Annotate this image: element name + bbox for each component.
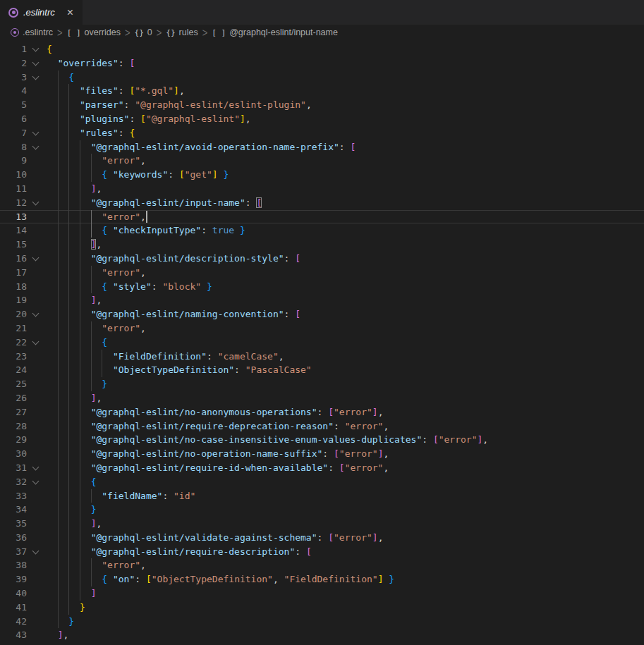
line-number[interactable]: 7 [0, 126, 27, 140]
line-number[interactable]: 11 [0, 182, 27, 196]
fold-column[interactable] [27, 307, 47, 321]
code-line[interactable]: 28 "@graphql-eslint/require-deprecation-… [0, 419, 644, 434]
line-number[interactable]: 12 [0, 196, 27, 210]
fold-column[interactable] [27, 140, 47, 154]
code-line[interactable]: 25 } [0, 377, 644, 391]
line-number[interactable]: 31 [0, 461, 27, 475]
code-line[interactable]: 36 "@graphql-eslint/validate-against-sch… [0, 531, 644, 545]
line-number[interactable]: 28 [0, 419, 27, 434]
chevron-down-icon[interactable] [32, 73, 40, 80]
code-line[interactable]: 27 "@graphql-eslint/no-anonymous-operati… [0, 405, 644, 419]
line-number[interactable]: 44 [0, 642, 27, 645]
line-number[interactable]: 35 [0, 517, 27, 531]
line-number[interactable]: 22 [0, 336, 27, 350]
line-number[interactable]: 37 [0, 545, 27, 559]
fold-column[interactable] [27, 252, 47, 266]
code-line[interactable]: 10 { "keywords": ["get"] } [0, 168, 644, 182]
fold-column[interactable] [27, 56, 47, 70]
code-line[interactable]: 41 } [0, 601, 644, 615]
code-line[interactable]: 18 { "style": "block" } [0, 280, 644, 294]
code-line[interactable]: 3 { [0, 70, 644, 85]
code-line[interactable]: 24 "ObjectTypeDefinition": "PascalCase" [0, 363, 644, 377]
code-line[interactable]: 30 "@graphql-eslint/no-operation-name-su… [0, 447, 644, 461]
chevron-down-icon[interactable] [32, 142, 40, 149]
line-number[interactable]: 27 [0, 405, 27, 419]
fold-column[interactable] [27, 70, 47, 85]
code-line[interactable]: 4 "files": ["*.gql"], [0, 84, 644, 98]
line-number[interactable]: 25 [0, 377, 27, 391]
tab-eslintrc[interactable]: .eslintrc × [0, 0, 83, 25]
line-number[interactable]: 15 [0, 238, 27, 252]
code-editor[interactable]: 1{2 "overrides": [3 {4 "files": ["*.gql"… [0, 40, 644, 645]
code-line[interactable]: 9 "error", [0, 154, 644, 168]
fold-column[interactable] [27, 126, 47, 140]
chevron-down-icon[interactable] [32, 128, 40, 135]
line-number[interactable]: 18 [0, 280, 27, 294]
code-line[interactable]: 5 "parser": "@graphql-eslint/eslint-plug… [0, 98, 644, 112]
code-line[interactable]: 44 "parser": "@typescript-eslint/parser"… [0, 642, 644, 645]
chevron-down-icon[interactable] [32, 463, 40, 470]
code-line[interactable]: 7 "rules": { [0, 126, 644, 140]
code-line[interactable]: 8 "@graphql-eslint/avoid-operation-name-… [0, 140, 644, 154]
code-line[interactable]: 2 "overrides": [ [0, 56, 644, 70]
code-line[interactable]: 1{ [0, 42, 644, 56]
line-number[interactable]: 1 [0, 42, 27, 56]
code-line[interactable]: 19 ], [0, 293, 644, 307]
code-line[interactable]: 40 ] [0, 586, 644, 601]
chevron-down-icon[interactable] [32, 45, 40, 52]
line-number[interactable]: 42 [0, 615, 27, 629]
line-number[interactable]: 19 [0, 293, 27, 307]
line-number[interactable]: 33 [0, 489, 27, 503]
line-number[interactable]: 2 [0, 56, 27, 70]
line-number[interactable]: 38 [0, 558, 27, 572]
code-line[interactable]: 6 "plugins": ["@graphql-eslint"], [0, 112, 644, 126]
fold-column[interactable] [27, 42, 47, 56]
line-number[interactable]: 40 [0, 586, 27, 601]
line-number[interactable]: 16 [0, 252, 27, 266]
chevron-down-icon[interactable] [32, 477, 40, 484]
breadcrumb-item-0[interactable]: {} 0 [135, 27, 152, 37]
code-line[interactable]: 42 } [0, 615, 644, 629]
code-line[interactable]: 43 ], [0, 628, 644, 642]
line-number[interactable]: 8 [0, 140, 27, 154]
breadcrumb-item-overrides[interactable]: [ ] overrides [67, 27, 121, 37]
code-line[interactable]: 12 "@graphql-eslint/input-name": [ [0, 196, 644, 210]
code-line[interactable]: 34 } [0, 503, 644, 517]
fold-column[interactable] [27, 475, 47, 489]
code-line[interactable]: 35 ], [0, 517, 644, 531]
code-line[interactable]: 13 "error", [0, 210, 644, 224]
line-number[interactable]: 6 [0, 112, 27, 126]
line-number[interactable]: 5 [0, 98, 27, 112]
code-line[interactable]: 31 "@graphql-eslint/require-id-when-avai… [0, 461, 644, 475]
chevron-down-icon[interactable] [32, 198, 40, 205]
line-number[interactable]: 4 [0, 84, 27, 98]
code-line[interactable]: 29 "@graphql-eslint/no-case-insensitive-… [0, 433, 644, 447]
fold-column[interactable] [27, 336, 47, 350]
fold-column[interactable] [27, 461, 47, 475]
line-number[interactable]: 14 [0, 223, 27, 238]
line-number[interactable]: 32 [0, 475, 27, 489]
fold-column[interactable] [27, 196, 47, 210]
line-number[interactable]: 21 [0, 321, 27, 336]
code-line[interactable]: 32 { [0, 475, 644, 489]
line-number[interactable]: 39 [0, 572, 27, 586]
tab-close-icon[interactable]: × [67, 7, 73, 18]
line-number[interactable]: 17 [0, 266, 27, 280]
line-number[interactable]: 26 [0, 391, 27, 405]
line-number[interactable]: 41 [0, 601, 27, 615]
chevron-down-icon[interactable] [32, 310, 40, 317]
line-number[interactable]: 43 [0, 628, 27, 642]
line-number[interactable]: 34 [0, 503, 27, 517]
code-line[interactable]: 22 { [0, 336, 644, 350]
line-number[interactable]: 10 [0, 168, 27, 182]
code-line[interactable]: 21 "error", [0, 321, 644, 336]
code-line[interactable]: 23 "FieldDefinition": "camelCase", [0, 350, 644, 364]
code-line[interactable]: 26 ], [0, 391, 644, 405]
code-line[interactable]: 17 "error", [0, 266, 644, 280]
breadcrumb-item-rules[interactable]: {} rules [166, 27, 198, 37]
chevron-down-icon[interactable] [32, 59, 40, 66]
line-number[interactable]: 9 [0, 154, 27, 168]
line-number[interactable]: 30 [0, 447, 27, 461]
code-line[interactable]: 11 ], [0, 182, 644, 196]
line-number[interactable]: 36 [0, 531, 27, 545]
